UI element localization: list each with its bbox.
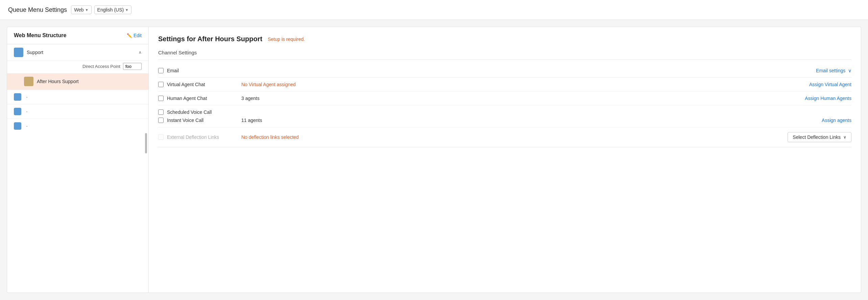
sub-item-icon-3 [14,122,21,130]
support-icon [14,48,23,57]
channel-label: Web [74,7,84,12]
instant-voice-checkbox[interactable] [158,118,164,123]
email-settings-btn[interactable]: Email settings ∨ [816,68,851,73]
assign-agents-btn[interactable]: Assign agents [822,118,851,123]
after-hours-label: After Hours Support [37,79,79,84]
language-dropdown[interactable]: English (US) ▼ [94,5,132,14]
sub-item-icon-2 [14,108,21,115]
scheduled-voice-label: Scheduled Voice Call [167,109,241,115]
assign-human-agents-btn[interactable]: Assign Human Agents [805,96,851,101]
top-bar: Queue Menu Settings Web ▼ English (US) ▼ [0,0,868,20]
after-hours-item[interactable]: After Hours Support [7,73,148,90]
deflection-links-row: External Deflection Links No deflection … [158,127,851,147]
email-action: Email settings ∨ [547,68,852,73]
language-chevron-icon: ▼ [125,8,128,12]
left-panel-header: Web Menu Structure ✏️ Edit [7,27,148,44]
list-item[interactable]: · [7,104,148,119]
right-panel-title: Settings for After Hours Support [158,35,262,43]
assign-virtual-agent-btn[interactable]: Assign Virtual Agent [809,82,851,87]
sub-item-label-2: · [26,108,28,115]
virtual-agent-chat-row: Virtual Agent Chat No Virtual Agent assi… [158,78,851,92]
channel-chevron-icon: ▼ [85,8,89,12]
sub-items: · · · [7,90,148,133]
select-deflection-label: Select Deflection Links [793,134,841,140]
channel-settings-label: Channel Settings [158,50,851,60]
email-label: Email [167,68,241,73]
edit-button[interactable]: ✏️ Edit [127,33,142,38]
page-title: Queue Menu Settings [8,6,67,14]
deflection-checkbox [158,134,164,140]
left-panel-title: Web Menu Structure [14,32,66,39]
right-panel-header: Settings for After Hours Support Setup i… [158,35,851,43]
human-agent-chat-row: Human Agent Chat 3 agents Assign Human A… [158,92,851,105]
list-item[interactable]: · [7,90,148,104]
edit-label: Edit [134,33,142,38]
deflection-label: External Deflection Links [167,134,241,140]
virtual-agent-status: No Virtual Agent assigned [241,82,547,87]
virtual-agent-checkbox[interactable] [158,82,164,87]
sub-item-icon-1 [14,93,21,101]
language-label: English (US) [97,7,124,12]
list-item[interactable]: · [7,119,148,133]
scheduled-voice-checkbox[interactable] [158,109,164,115]
email-checkbox[interactable] [158,68,164,73]
human-agent-checkbox[interactable] [158,96,164,101]
support-item-left: Support [14,48,43,57]
deflection-action: Select Deflection Links ∨ [547,132,852,142]
scheduled-voice-row: Scheduled Voice Call [158,105,851,116]
edit-icon: ✏️ [127,33,132,38]
instant-voice-action: Assign agents [547,118,852,123]
support-collapse-icon[interactable]: ∧ [139,50,142,55]
support-item: Support ∧ [7,44,148,61]
sub-item-label-3: · [26,123,28,130]
email-channel-row: Email Email settings ∨ [158,64,851,78]
select-deflection-btn[interactable]: Select Deflection Links ∨ [788,132,851,142]
right-panel: Settings for After Hours Support Setup i… [149,27,861,293]
virtual-agent-action: Assign Virtual Agent [547,82,852,87]
deflection-status: No deflection links selected [241,134,547,140]
main-content: Web Menu Structure ✏️ Edit Support ∧ Dir… [0,20,868,300]
direct-access-input[interactable] [123,63,142,70]
virtual-agent-label: Virtual Agent Chat [167,82,241,87]
left-panel: Web Menu Structure ✏️ Edit Support ∧ Dir… [7,27,149,293]
direct-access-label: Direct Access Point [82,64,120,69]
support-label: Support [27,50,43,55]
human-agent-label: Human Agent Chat [167,96,241,101]
after-hours-icon [24,77,33,86]
setup-required-badge: Setup is required. [268,36,305,42]
instant-voice-label: Instant Voice Call [167,118,241,123]
sub-item-label-1: · [26,94,28,101]
instant-voice-status: 11 agents [241,118,547,123]
direct-access-row: Direct Access Point [7,61,148,73]
instant-voice-group: Instant Voice Call 11 agents Assign agen… [158,116,851,127]
deflection-chevron-icon: ∨ [843,135,846,140]
human-agent-status: 3 agents [241,96,547,101]
scrollbar-thumb[interactable] [145,133,147,153]
channel-dropdown[interactable]: Web ▼ [71,5,91,14]
human-agent-action: Assign Human Agents [547,96,852,101]
